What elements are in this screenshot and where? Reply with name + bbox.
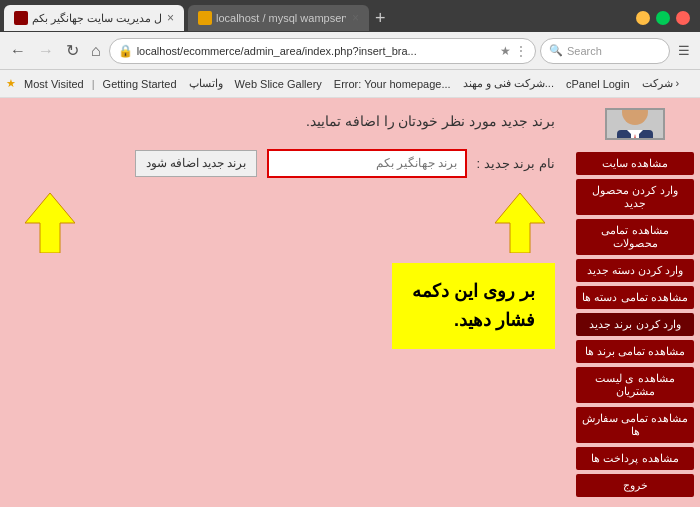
sidebar-btn-view-brands[interactable]: مشاهده تمامی برند ها [576,340,694,363]
brand-name-input[interactable] [267,149,467,178]
tab-close-2[interactable]: × [352,11,359,25]
sidebar-btn-payments[interactable]: مشاهده پرداخت ها [576,447,694,470]
main-title: برند جدید مورد نظر خودتان را اضافه تمایی… [15,113,555,129]
bookmark-separator-1: | [92,78,95,90]
bookmark-getting-started[interactable]: Getting Started [99,77,181,91]
tab-inactive-2[interactable]: localhost / mysql wampserver / e... × [188,5,369,31]
annotation-line2: فشار دهید. [412,306,535,335]
tab-label-2: localhost / mysql wampserver / e... [216,12,346,24]
sidebar-btn-add-category[interactable]: وارد کردن دسته جدید [576,259,694,282]
bookmark-cpanel[interactable]: cPanel Login [562,77,634,91]
sidebar-btn-customers[interactable]: مشاهده ی لیست مشتریان [576,367,694,403]
sidebar-btn-add-product[interactable]: وارد کردن محصول جدید [576,179,694,215]
main-area: برند جدید مورد نظر خودتان را اضافه تمایی… [0,98,570,507]
arrow-button [495,193,545,253]
sidebar-btn-logout[interactable]: خروج [576,474,694,497]
tab-active[interactable]: پنل مدیریت سایت جهانگیر بکم × [4,5,184,31]
arrow-input [25,193,75,253]
arrow-up-button-icon [495,193,545,253]
search-bar[interactable]: 🔍 Search [540,38,670,64]
close-button[interactable] [676,11,690,25]
star-icon[interactable]: ★ [500,44,511,58]
sidebar-btn-add-brand[interactable]: وارد کردن برند جدید [576,313,694,336]
search-placeholder: Search [567,45,602,57]
avatar [605,108,665,140]
tab-close-1[interactable]: × [167,11,174,25]
nav-bar: ← → ↻ ⌂ 🔒 localhost/ecommerce/admin_area… [0,32,700,70]
arrows-row [15,193,555,253]
sidebar-btn-view-site[interactable]: مشاهده سایت [576,152,694,175]
tab-bar: پنل مدیریت سایت جهانگیر بکم × localhost … [0,0,700,32]
sidebar-btn-view-products[interactable]: مشاهده تمامی محصولات [576,219,694,255]
tab-favicon-1 [14,11,28,25]
back-button[interactable]: ← [6,40,30,62]
annotation-line1: بر روی این دکمه [412,277,535,306]
sidebar-btn-view-categories[interactable]: مشاهده تمامی دسته ها [576,286,694,309]
refresh-button[interactable]: ↻ [62,39,83,62]
svg-marker-1 [25,193,75,253]
page-content: برند جدید مورد نظر خودتان را اضافه تمایی… [0,98,700,507]
bookmark-error[interactable]: Error: Your homepage... [330,77,455,91]
form-row: نام برند جدید : برند جدید اضافه شود [15,149,555,178]
sidebar: مشاهده سایت وارد کردن محصول جدید مشاهده … [570,98,700,507]
search-icon: 🔍 [549,44,563,57]
form-label: نام برند جدید : [477,156,555,171]
address-icons: ★ ⋮ [500,44,527,58]
bookmark-company2[interactable]: شرکت › [638,76,684,91]
extensions-button[interactable]: ☰ [674,41,694,60]
lock-icon: 🔒 [118,44,133,58]
sidebar-btn-orders[interactable]: مشاهده تمامی سفارش ها [576,407,694,443]
bookmark-company[interactable]: شرکت فنی و مهند... [459,76,558,91]
arrow-up-input-icon [25,193,75,253]
address-bar[interactable]: 🔒 localhost/ecommerce/admin_area/index.p… [109,38,536,64]
bookmark-web-slice[interactable]: Web Slice Gallery [231,77,326,91]
bookmarks-bar: ★ Most Visited | Getting Started واتساپ … [0,70,700,98]
menu-icon[interactable]: ⋮ [515,44,527,58]
home-button[interactable]: ⌂ [87,40,105,62]
submit-button[interactable]: برند جدید اضافه شود [135,150,257,177]
form-container: نام برند جدید : برند جدید اضافه شود [15,149,555,253]
svg-marker-0 [495,193,545,253]
annotation-box: بر روی این دکمه فشار دهید. [392,263,555,349]
address-text: localhost/ecommerce/admin_area/index.php… [137,45,496,57]
bookmarks-star-icon: ★ [6,77,16,90]
new-tab-button[interactable]: + [375,8,386,29]
bookmark-most-visited[interactable]: Most Visited [20,77,88,91]
forward-button[interactable]: → [34,40,58,62]
bookmark-whatsapp[interactable]: واتساپ [185,76,227,91]
tab-label-1: پنل مدیریت سایت جهانگیر بکم [32,12,161,25]
tab-favicon-2 [198,11,212,25]
avatar-image [607,108,663,140]
minimize-button[interactable] [636,11,650,25]
maximize-button[interactable] [656,11,670,25]
